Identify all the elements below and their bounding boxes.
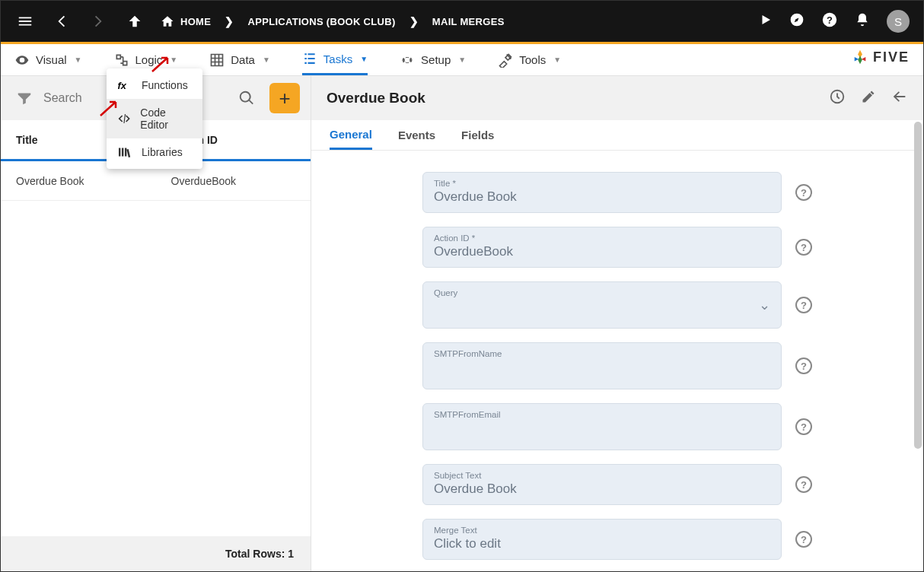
help-icon[interactable]: ?	[795, 358, 812, 374]
up-icon[interactable]	[124, 11, 145, 32]
menu-icon[interactable]	[14, 11, 36, 32]
annotation-arrow	[99, 99, 122, 117]
search-icon[interactable]	[231, 83, 262, 113]
help-icon[interactable]: ?	[795, 239, 812, 256]
tab-tasks[interactable]: Tasks▼	[302, 44, 368, 75]
bell-icon[interactable]	[855, 12, 870, 30]
history-icon[interactable]	[829, 88, 846, 108]
crumb-home[interactable]: HOME	[161, 14, 211, 28]
smtp-from-email-field[interactable]: SMTPFromEmail	[422, 403, 782, 450]
title-field[interactable]: Title * Overdue Book	[422, 172, 782, 213]
crumb-mail-merges[interactable]: MAIL MERGES	[432, 16, 505, 27]
tab-tools[interactable]: Tools▼	[498, 44, 561, 75]
subject-text-field[interactable]: Subject Text Overdue Book	[422, 464, 782, 505]
annotation-arrow	[151, 55, 174, 73]
tab-setup[interactable]: Setup▼	[400, 44, 466, 75]
chevron-down-icon: ⌄	[759, 297, 770, 313]
subtab-general[interactable]: General	[330, 120, 372, 150]
forward-icon	[88, 11, 109, 32]
play-icon[interactable]	[759, 13, 773, 30]
page-title: Overdue Book	[327, 90, 425, 106]
app-bar: HOME ❯ APPLICATIONS (BOOK CLUB) ❯ MAIL M…	[1, 1, 923, 42]
crumb-applications[interactable]: APPLICATIONS (BOOK CLUB)	[248, 16, 396, 27]
explore-icon[interactable]	[789, 12, 805, 30]
merge-text-field[interactable]: Merge Text Click to edit	[422, 519, 782, 560]
tab-data[interactable]: Data▼	[209, 44, 270, 75]
help-icon[interactable]: ?	[795, 531, 812, 548]
tab-visual[interactable]: Visual▼	[14, 44, 82, 75]
menu-functions[interactable]: fx Functions	[107, 72, 202, 99]
svg-text:?: ?	[827, 14, 833, 26]
svg-text:fx: fx	[117, 80, 126, 91]
breadcrumb: HOME ❯ APPLICATIONS (BOOK CLUB) ❯ MAIL M…	[161, 14, 505, 28]
chevron-right-icon: ❯	[409, 15, 419, 27]
subtab-fields[interactable]: Fields	[461, 120, 494, 150]
back-arrow-icon[interactable]	[891, 88, 908, 108]
back-icon[interactable]	[51, 11, 72, 32]
list-footer: Total Rows: 1	[1, 536, 311, 571]
action-id-field[interactable]: Action ID * OverdueBook	[422, 227, 782, 268]
menu-libraries[interactable]: Libraries	[107, 138, 202, 166]
smtp-from-name-field[interactable]: SMTPFromName	[422, 342, 782, 389]
help-icon[interactable]: ?	[821, 11, 838, 31]
filter-icon[interactable]	[11, 85, 37, 111]
help-icon[interactable]: ?	[795, 476, 812, 493]
logo: FIVE	[852, 49, 910, 65]
edit-icon[interactable]	[861, 89, 876, 107]
detail-panel: Overdue Book General Events Fields Title…	[311, 76, 923, 571]
help-icon[interactable]: ?	[795, 297, 812, 313]
help-icon[interactable]: ?	[795, 418, 812, 435]
scrollbar[interactable]	[914, 122, 922, 449]
chevron-right-icon: ❯	[225, 15, 234, 27]
avatar[interactable]: S	[887, 10, 910, 33]
add-button[interactable]: +	[269, 83, 300, 113]
logic-dropdown: fx Functions Code Editor Libraries	[107, 68, 202, 169]
subtab-events[interactable]: Events	[398, 120, 435, 150]
query-field[interactable]: Query ⌄	[422, 281, 782, 329]
help-icon[interactable]: ?	[795, 184, 812, 201]
